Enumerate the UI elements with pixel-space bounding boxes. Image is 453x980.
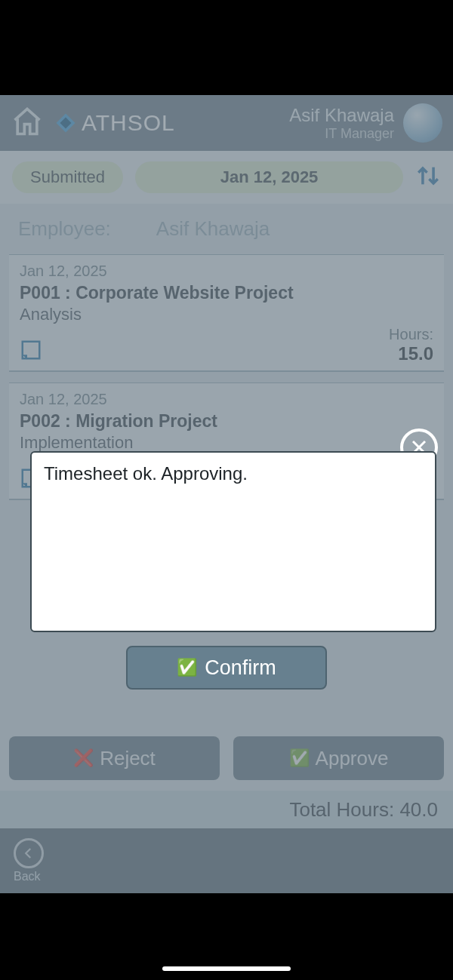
confirm-button[interactable]: ✅ Confirm — [126, 646, 327, 690]
date-pill[interactable]: Jan 12, 2025 — [135, 161, 403, 193]
status-pill[interactable]: Submitted — [12, 161, 123, 193]
back-button[interactable] — [14, 838, 44, 868]
avatar[interactable] — [403, 103, 442, 143]
check-icon: ✅ — [177, 658, 197, 677]
employee-row: Employee: Asif Khawaja — [0, 204, 453, 254]
approve-label: Approve — [316, 747, 389, 770]
employee-name: Asif Khawaja — [156, 217, 270, 241]
sort-icon[interactable] — [415, 161, 441, 193]
totals-bar: Total Hours: 40.0 — [0, 791, 453, 828]
user-block: Asif Khawaja IT Manager — [289, 105, 394, 142]
total-hours: Total Hours: 40.0 — [289, 798, 438, 822]
entry-title: P001 : Corporate Website Project — [20, 283, 433, 303]
back-label: Back — [14, 870, 41, 883]
filter-bar: Submitted Jan 12, 2025 — [0, 151, 453, 204]
home-icon[interactable] — [11, 105, 44, 141]
note-icon[interactable] — [20, 339, 42, 364]
app-frame: ATHSOL Asif Khawaja IT Manager Submitted… — [0, 95, 453, 893]
hours-label: Hours: — [389, 326, 433, 343]
entry-task: Implementation — [20, 433, 433, 453]
employee-label: Employee: — [18, 217, 111, 241]
approve-button[interactable]: ✅ Approve — [233, 736, 444, 780]
reject-button[interactable]: ❌ Reject — [9, 736, 220, 780]
brand: ATHSOL — [54, 110, 175, 136]
hours-value: 15.0 — [389, 343, 433, 364]
cross-icon: ❌ — [73, 748, 94, 768]
confirm-label: Confirm — [205, 656, 276, 680]
entry-task: Analysis — [20, 305, 433, 324]
user-role: IT Manager — [289, 126, 394, 142]
user-name: Asif Khawaja — [289, 105, 394, 126]
home-indicator[interactable] — [162, 966, 291, 971]
brand-text: ATHSOL — [82, 110, 175, 136]
entry-date: Jan 12, 2025 — [20, 263, 433, 280]
entry-title: P002 : Migration Project — [20, 411, 433, 432]
reject-label: Reject — [100, 747, 156, 770]
check-icon: ✅ — [289, 748, 310, 768]
note-textarea[interactable]: Timesheet ok. Approving. — [30, 451, 436, 632]
footer: Back — [0, 828, 453, 893]
timesheet-entry[interactable]: Jan 12, 2025 P001 : Corporate Website Pr… — [9, 254, 444, 372]
entry-date: Jan 12, 2025 — [20, 391, 433, 408]
brand-logo-icon — [54, 112, 77, 134]
app-header: ATHSOL Asif Khawaja IT Manager — [0, 95, 453, 151]
action-row: ❌ Reject ✅ Approve — [9, 736, 444, 780]
